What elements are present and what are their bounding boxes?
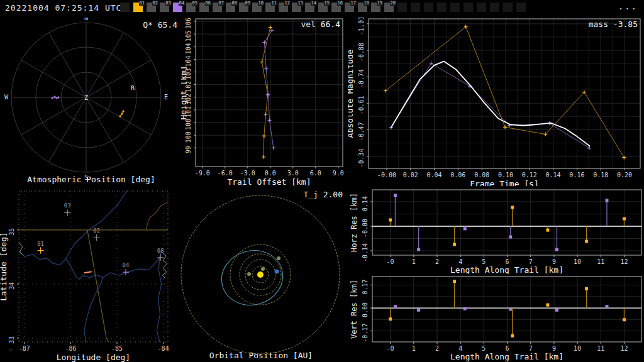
residual-marker bbox=[389, 218, 392, 221]
station-square-label: 01 bbox=[139, 1, 145, 6]
x-tick-label: 6.0 bbox=[310, 170, 321, 177]
y-tick-label: -1.01 bbox=[358, 18, 365, 35]
residual-marker bbox=[623, 217, 626, 221]
station-square-07[interactable]: 07 bbox=[213, 3, 222, 12]
station-id-label: 01 bbox=[37, 241, 44, 247]
x-tick-label: 11 bbox=[597, 345, 604, 352]
polar-spoke bbox=[86, 97, 151, 135]
y-tick-label: 100 bbox=[185, 131, 192, 143]
data-point-marker bbox=[94, 234, 100, 241]
x-tick-label: 7 bbox=[529, 258, 533, 265]
y-tick-label: -0.47 bbox=[358, 122, 365, 141]
station-square-11[interactable]: 11 bbox=[265, 3, 275, 12]
x-tick-label: 5 bbox=[482, 258, 486, 265]
station-square-05[interactable]: 05 bbox=[186, 3, 196, 12]
stat-label: vel 66.4 bbox=[301, 19, 340, 29]
data-point-marker bbox=[262, 155, 265, 159]
river-line bbox=[66, 191, 162, 279]
utc-timestamp: 20221004 07:25:14 UTC bbox=[5, 3, 121, 13]
radiant-marker: R bbox=[131, 85, 135, 91]
x-tick-label: 5 bbox=[482, 345, 486, 352]
data-point-marker bbox=[264, 112, 267, 116]
x-tick-label: 0.08 bbox=[474, 172, 489, 178]
station-square-02[interactable]: 02 bbox=[147, 3, 156, 12]
axes-box bbox=[372, 190, 641, 255]
latitude-tick-label: 35 bbox=[8, 228, 15, 236]
venus-dot bbox=[247, 272, 251, 276]
station-square-label: 03 bbox=[165, 1, 172, 6]
station-square-09[interactable]: 09 bbox=[239, 3, 248, 12]
residual-marker bbox=[389, 317, 392, 321]
x-tick-label: 0.04 bbox=[427, 172, 442, 178]
station-square-label: 20 bbox=[390, 1, 396, 6]
atmospheric-position-panel: NSWEZRQ* 65.4Atmospheric Position [deg] bbox=[0, 18, 182, 186]
polar-spoke bbox=[21, 97, 86, 135]
purple-series-line bbox=[264, 30, 273, 148]
residual-marker bbox=[605, 305, 608, 308]
station-square-04[interactable]: 04 bbox=[173, 3, 182, 12]
station-square-empty bbox=[464, 3, 473, 12]
station-square-label: 17 bbox=[350, 1, 357, 6]
x-tick-label: 0.02 bbox=[403, 172, 418, 178]
residual-marker bbox=[509, 308, 512, 311]
data-point-marker bbox=[262, 134, 266, 138]
station-square-16[interactable]: 16 bbox=[331, 3, 341, 12]
residual-marker bbox=[464, 227, 467, 230]
station-square-10[interactable]: 10 bbox=[252, 3, 262, 12]
data-point-marker bbox=[267, 118, 271, 122]
x-tick-label: 0.06 bbox=[450, 172, 465, 178]
station-square-19[interactable]: 19 bbox=[371, 3, 380, 12]
y-tick-label: 0.17 bbox=[362, 279, 369, 294]
x-tick-label: -0 bbox=[387, 345, 394, 352]
x-tick-label: -0.00 bbox=[377, 172, 396, 178]
data-point-marker bbox=[123, 269, 129, 275]
overflow-menu-button[interactable]: ... bbox=[618, 1, 638, 11]
y-tick-label: -0.74 bbox=[358, 69, 365, 88]
station-square-15[interactable]: 15 bbox=[318, 3, 328, 12]
station-square-label: 07 bbox=[218, 1, 225, 6]
earth-dot bbox=[275, 270, 279, 274]
station-square-06[interactable]: 06 bbox=[199, 3, 209, 12]
station-square-20[interactable]: 20 bbox=[384, 3, 394, 12]
residual-marker bbox=[555, 248, 558, 251]
y-tick-label: -0.00 bbox=[362, 219, 369, 238]
residual-marker bbox=[417, 248, 420, 251]
residual-marker bbox=[453, 243, 456, 246]
x-tick-label: 0.14 bbox=[546, 172, 561, 178]
x-tick-label: 0.10 bbox=[498, 172, 513, 178]
station-square-label: 11 bbox=[271, 1, 277, 6]
meteor-ground-track bbox=[84, 272, 92, 273]
station-square-blank bbox=[120, 3, 130, 12]
latitude-tick-label: 33 bbox=[8, 336, 15, 344]
station-square-17[interactable]: 17 bbox=[345, 3, 354, 12]
terrain-outline bbox=[162, 253, 167, 278]
x-tick-label: 0.16 bbox=[569, 172, 584, 178]
residual-marker bbox=[394, 194, 397, 197]
longitude-tick-label: -87 bbox=[19, 345, 30, 352]
data-point-marker bbox=[264, 67, 268, 70]
mercury-dot bbox=[261, 267, 265, 271]
polar-spoke bbox=[86, 33, 124, 97]
station-square-01[interactable]: 01 bbox=[133, 3, 143, 12]
x-axis-title: Longitude [deg] bbox=[57, 353, 130, 362]
stat-label: mass -3.85 bbox=[589, 19, 638, 29]
x-tick-label: 11 bbox=[597, 258, 604, 265]
station-square-empty bbox=[411, 3, 420, 12]
station-square-18[interactable]: 18 bbox=[358, 3, 367, 12]
station-square-14[interactable]: 14 bbox=[305, 3, 314, 12]
x-tick-label: 0.0 bbox=[265, 170, 276, 177]
station-square-12[interactable]: 12 bbox=[279, 3, 288, 12]
compass-east-label: E bbox=[164, 94, 168, 101]
x-tick-label: 3.0 bbox=[287, 170, 299, 177]
station-square-13[interactable]: 13 bbox=[292, 3, 301, 12]
station-square-03[interactable]: 03 bbox=[160, 3, 169, 12]
brown-feature-line bbox=[146, 202, 168, 230]
y-tick-label: 99 bbox=[185, 146, 192, 153]
y-tick-label: 100 bbox=[185, 119, 192, 130]
x-tick-label: 2 bbox=[435, 345, 439, 352]
compass-north-label: N bbox=[84, 18, 88, 21]
x-tick-label: 10 bbox=[574, 258, 581, 265]
longitude-tick-label: -86 bbox=[65, 345, 76, 352]
station-square-label: 12 bbox=[284, 1, 291, 6]
station-square-08[interactable]: 08 bbox=[226, 3, 235, 12]
